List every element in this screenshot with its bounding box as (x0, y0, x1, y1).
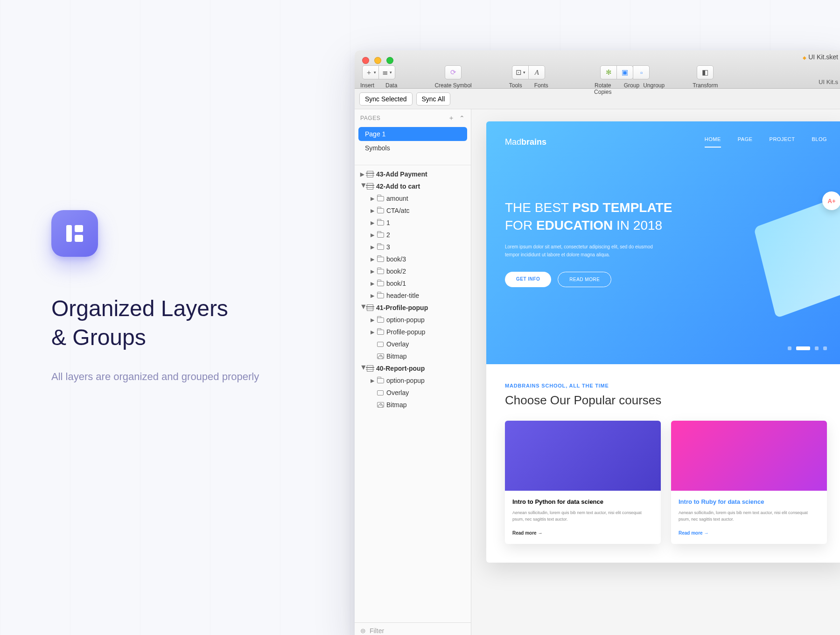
disclosure-arrow-icon[interactable]: ▶ (371, 256, 377, 262)
design-artboard: Madbrains HOME PAGE PROJECT BLOG THE BES… (486, 121, 840, 563)
disclosure-arrow-icon[interactable]: ▶ (371, 317, 377, 323)
disclosure-arrow-icon[interactable]: ▶ (371, 293, 377, 299)
layer-label: 2 (386, 231, 390, 239)
layer-row[interactable]: ▶option-popup (355, 374, 471, 387)
minimize-icon[interactable] (374, 57, 381, 64)
page-item-selected[interactable]: Page 1 (358, 127, 467, 141)
disclosure-arrow-icon[interactable]: ▶ (361, 304, 367, 311)
add-page-icon[interactable]: ＋ (448, 114, 455, 122)
disclosure-arrow-icon[interactable]: ▶ (371, 220, 377, 226)
layer-row[interactable]: ▶43-Add Payment (355, 168, 471, 180)
layer-row[interactable]: ▶book/3 (355, 253, 471, 265)
insert-button[interactable]: ＋ ▾ (362, 65, 379, 79)
layer-row[interactable]: ▶book/1 (355, 277, 471, 289)
layer-label: Profile-popup (386, 328, 425, 336)
layer-row[interactable]: ▶book/2 (355, 265, 471, 277)
artboard-icon (367, 183, 376, 190)
layer-label: book/2 (386, 268, 406, 275)
layer-row[interactable]: ▶header-title (355, 289, 471, 302)
folder-icon (377, 196, 386, 201)
layer-row[interactable]: ▶option-popup (355, 314, 471, 326)
layer-row[interactable]: ▶40-Report-poup (355, 362, 471, 374)
course-card[interactable]: Intro to Ruby for data science Aenean so… (671, 421, 827, 544)
sketch-window: ◆UI Kit.sket UI Kit.s ＋ ▾ ≣ ▾ Insert Dat… (355, 50, 840, 635)
nav-link[interactable]: PAGE (738, 136, 753, 148)
layer-row[interactable]: Bitmap (355, 350, 471, 362)
disclosure-arrow-icon[interactable]: ▶ (371, 232, 377, 238)
rotate-copies-button[interactable]: ✻ (600, 65, 617, 79)
layer-row[interactable]: ▶41-Profile-popup (355, 302, 471, 314)
get-info-button[interactable]: GET INFO (505, 272, 551, 287)
artboard-icon (367, 171, 376, 177)
disclosure-arrow-icon[interactable]: ▶ (371, 329, 377, 335)
layer-row[interactable]: Bitmap (355, 399, 471, 411)
layer-label: amount (386, 195, 408, 202)
disclosure-arrow-icon[interactable]: ▶ (371, 244, 377, 250)
rect-icon (377, 390, 386, 395)
layer-row[interactable]: ▶Profile-popup (355, 326, 471, 338)
course-title: Intro to Python for data science (512, 498, 653, 505)
layer-label: book/1 (386, 280, 406, 287)
promo-block: Organized Layers& Groups All layers are … (51, 210, 313, 385)
tools-button[interactable]: ⊡ ▾ (512, 65, 529, 79)
brand-logo[interactable]: Madbrains (505, 137, 546, 147)
artboard-icon (367, 304, 376, 311)
pages-header: PAGES ＋ ⌃ (355, 109, 471, 127)
disclosure-arrow-icon[interactable]: ▶ (361, 365, 367, 372)
data-button[interactable]: ≣ ▾ (378, 65, 395, 79)
folder-icon (377, 257, 386, 262)
layer-label: header-title (386, 292, 419, 299)
layer-row[interactable]: ▶2 (355, 229, 471, 241)
artboard-icon (367, 365, 376, 372)
folder-icon (377, 293, 386, 298)
close-icon[interactable] (362, 57, 369, 64)
layer-row[interactable]: Overlay (355, 338, 471, 350)
nav-link[interactable]: HOME (705, 136, 721, 148)
nav-link[interactable]: PROJECT (770, 136, 795, 148)
folder-icon (377, 378, 386, 383)
promo-subtitle: All layers are organized and grouped pro… (51, 368, 313, 385)
nav-link[interactable]: BLOG (812, 136, 827, 148)
folder-icon (377, 318, 386, 323)
folder-icon (377, 245, 386, 250)
layer-row[interactable]: Overlay (355, 387, 471, 399)
course-image (671, 421, 827, 491)
course-desc: Aenean sollicitudin, lorem quis bib nem … (679, 510, 819, 522)
layer-row[interactable]: ▶1 (355, 217, 471, 229)
bitmap-icon (377, 402, 386, 408)
layer-label: 1 (386, 219, 390, 226)
promo-title: Organized Layers& Groups (51, 294, 313, 353)
ungroup-button[interactable]: ▫ (633, 65, 650, 79)
create-symbol-button[interactable]: ⟳ (445, 65, 462, 79)
filter-row[interactable]: ⊜ Filter (355, 622, 471, 635)
layer-row[interactable]: ▶amount (355, 192, 471, 205)
course-link[interactable]: Read more → (512, 530, 542, 536)
filter-icon: ⊜ (360, 627, 366, 635)
collapse-pages-icon[interactable]: ⌃ (459, 114, 465, 122)
disclosure-arrow-icon[interactable]: ▶ (360, 171, 367, 177)
layer-label: 41-Profile-popup (376, 304, 428, 311)
read-more-button[interactable]: READ MORE (558, 272, 611, 287)
transform-button[interactable]: ◧ (697, 65, 714, 79)
course-link[interactable]: Read more → (679, 530, 708, 536)
disclosure-arrow-icon[interactable]: ▶ (371, 268, 377, 275)
disclosure-arrow-icon[interactable]: ▶ (371, 208, 377, 214)
disclosure-arrow-icon[interactable]: ▶ (371, 281, 377, 287)
layer-row[interactable]: ▶42-Add to cart (355, 180, 471, 192)
fonts-button[interactable]: A (528, 65, 545, 79)
group-button[interactable]: ▣ (616, 65, 633, 79)
layer-row[interactable]: ▶3 (355, 241, 471, 253)
disclosure-arrow-icon[interactable]: ▶ (371, 378, 377, 384)
disclosure-arrow-icon[interactable]: ▶ (361, 183, 367, 190)
layers-sidebar: PAGES ＋ ⌃ Page 1 Symbols ▶43-Add Payment… (355, 109, 471, 635)
layers-app-icon (51, 210, 98, 257)
disclosure-arrow-icon[interactable]: ▶ (371, 196, 377, 202)
slide-indicator[interactable] (788, 346, 827, 350)
page-item[interactable]: Symbols (355, 141, 471, 155)
layer-row[interactable]: ▶CTA/atc (355, 205, 471, 217)
course-card[interactable]: Intro to Python for data science Aenean … (505, 421, 661, 544)
grade-badge: A+ (822, 191, 840, 210)
maximize-icon[interactable] (386, 57, 393, 64)
course-image (505, 421, 661, 491)
canvas[interactable]: Madbrains HOME PAGE PROJECT BLOG THE BES… (471, 109, 840, 635)
